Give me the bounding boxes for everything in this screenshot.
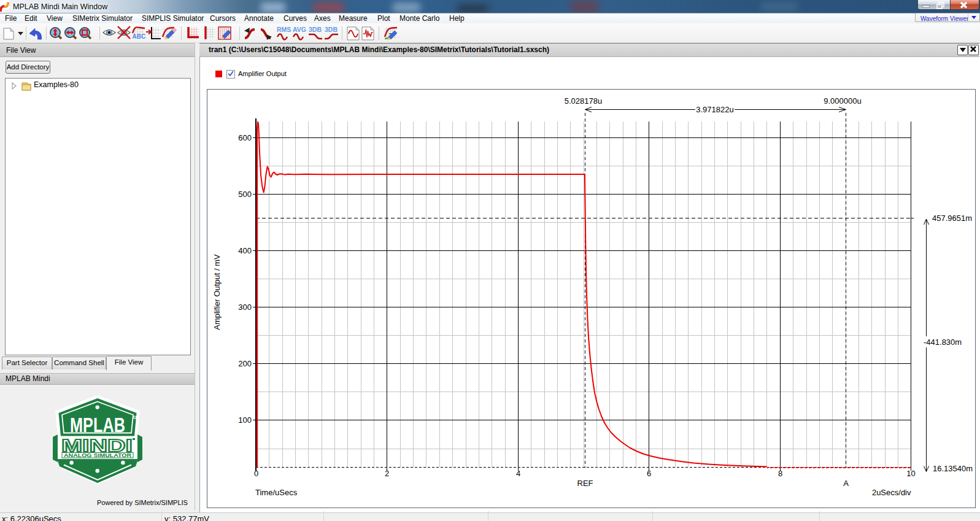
svg-text:A: A	[843, 479, 849, 488]
svg-text:200: 200	[238, 359, 252, 368]
svg-text:16.13540m: 16.13540m	[933, 464, 973, 473]
svg-text:5.028178u: 5.028178u	[565, 96, 602, 106]
svg-text:600: 600	[238, 133, 252, 142]
svg-text:3.971822u: 3.971822u	[696, 105, 733, 114]
svg-text:400: 400	[238, 246, 252, 255]
svg-text:2: 2	[385, 469, 389, 478]
svg-text:9.000000u: 9.000000u	[824, 96, 861, 106]
svg-text:8: 8	[778, 469, 782, 478]
svg-text:2uSecs/div: 2uSecs/div	[872, 488, 911, 497]
svg-text:-441.830m: -441.830m	[924, 338, 962, 347]
svg-text:300: 300	[238, 303, 252, 312]
svg-text:500: 500	[238, 190, 252, 199]
svg-text:10: 10	[906, 469, 915, 478]
svg-text:457.9651m: 457.9651m	[932, 214, 972, 223]
svg-text:0: 0	[254, 469, 258, 478]
svg-text:6: 6	[647, 469, 651, 478]
svg-text:4: 4	[516, 469, 520, 478]
svg-text:Time/uSecs: Time/uSecs	[255, 488, 298, 497]
svg-text:100: 100	[238, 415, 252, 425]
svg-text:Amplifier Output / mV: Amplifier Output / mV	[212, 254, 222, 330]
svg-text:REF: REF	[577, 479, 593, 488]
